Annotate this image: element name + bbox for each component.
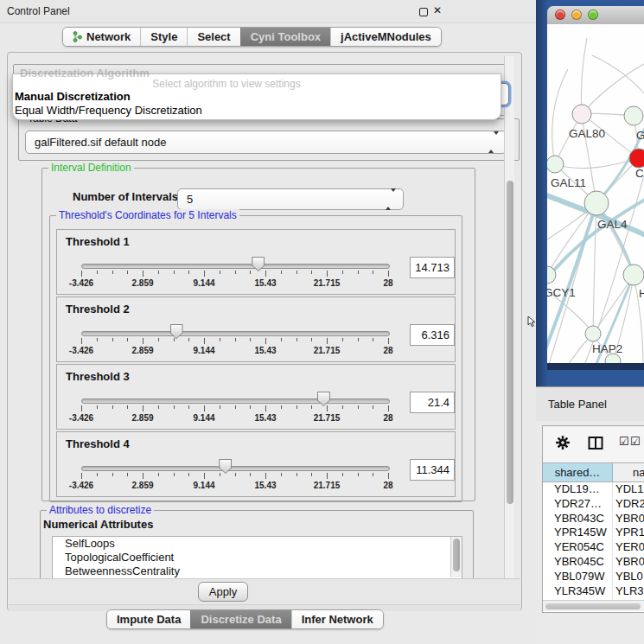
attribute-item-betweennesscentrality[interactable]: BetweennessCentrality (53, 564, 462, 578)
threshold-value-field[interactable]: 21.4 (410, 392, 455, 413)
tab-label: jActiveMNodules (341, 28, 431, 46)
control-panel-tabbar: NetworkStyleSelectCyni ToolboxjActiveMNo… (62, 27, 442, 47)
column-header-name[interactable]: na (633, 463, 644, 481)
list-scrollbar[interactable] (450, 537, 462, 577)
network-view-window[interactable]: GAL80GACGAL11GAL4GCY1HHAP2 (547, 6, 644, 363)
threshold-slider-thumb[interactable] (219, 459, 232, 474)
network-edge[interactable] (581, 38, 587, 114)
scale-label: -3.426 (69, 278, 93, 288)
threshold-slider-track[interactable] (81, 399, 390, 404)
table-row[interactable]: YDL19…YDL1 (543, 482, 644, 497)
scale-label: 15.43 (254, 346, 276, 355)
tab-label: Infer Network (302, 610, 373, 628)
table-row[interactable]: YBR045CYBR0 (543, 555, 644, 570)
checkbox-icon[interactable]: ☑ (630, 435, 641, 448)
threshold-slider-thumb[interactable] (252, 257, 265, 271)
threshold-label: Threshold 2 (66, 303, 130, 316)
float-window-icon[interactable] (419, 8, 428, 16)
tab-style[interactable]: Style (140, 28, 187, 46)
thresholds-group-title: Threshold's Coordinates for 5 Intervals (56, 209, 239, 222)
threshold-slider-thumb[interactable] (170, 324, 183, 339)
table-row[interactable]: YER054CYER0 (543, 540, 644, 555)
number-of-intervals-combobox[interactable]: 5 (177, 188, 404, 210)
scale-label: 9.144 (193, 278, 214, 288)
apply-button[interactable]: Apply (198, 582, 248, 602)
threshold-label: Threshold 3 (66, 370, 130, 383)
table-horizontal-scrollbar[interactable] (543, 600, 644, 611)
scale-label: 15.43 (254, 278, 276, 288)
number-of-intervals-label: Number of Intervals (73, 190, 178, 203)
threshold-slider-track[interactable] (81, 331, 390, 336)
threshold-value-field[interactable]: 11.344 (410, 459, 455, 481)
tab-select[interactable]: Select (187, 28, 239, 46)
scale-label: 28 (383, 413, 392, 423)
tab-jactivemnodules[interactable]: jActiveMNodules (330, 28, 441, 46)
threshold-slider-track[interactable] (81, 466, 390, 471)
network-edge[interactable] (552, 69, 568, 164)
node-label: GCY1 (547, 286, 576, 299)
cell-name: YLR3 (615, 584, 644, 599)
scale-label: -3.426 (69, 346, 93, 355)
table-row[interactable]: YDR27…YDR2 (543, 497, 644, 512)
cell-name: YPR1 (615, 526, 644, 540)
network-node-hap2[interactable] (585, 326, 601, 341)
table-data-combobox[interactable]: galFiltered.sif default node (25, 131, 507, 154)
algorithm-option-manual-discretization[interactable]: Manual Discretization (15, 90, 131, 103)
attribute-item-topologicalcoefficient[interactable]: TopologicalCoefficient (53, 551, 462, 564)
algorithm-option-equal-width-frequency-discretization[interactable]: Equal Width/Frequency Discretization (15, 104, 202, 117)
scale-label: 9.144 (193, 413, 214, 423)
group-title-ghost: Discretization Algorithm (20, 67, 150, 80)
cell-name: YER0 (615, 540, 644, 555)
threshold-value-field[interactable]: 14.713 (410, 257, 455, 278)
close-traffic-light[interactable] (555, 10, 565, 20)
network-node-gal4[interactable] (584, 191, 609, 215)
tab-cyni-toolbox[interactable]: Cyni Toolbox (240, 28, 330, 46)
network-node-c[interactable] (629, 149, 644, 168)
close-icon[interactable]: ✕ (433, 4, 442, 16)
tab-label: Cyni Toolbox (251, 28, 321, 46)
tab-label: Style (150, 28, 177, 46)
numerical-attributes-label: Numerical Attributes (43, 518, 153, 531)
table-row[interactable]: YPR145WYPR1 (543, 526, 644, 540)
zoom-traffic-light[interactable] (588, 10, 598, 20)
table-row[interactable]: YBR043CYBR0 (543, 512, 644, 526)
main-vertical-scrollbar[interactable] (504, 56, 514, 578)
column-header-shared-name[interactable]: shared… (543, 463, 613, 481)
algorithm-hint: Select algorithm to view settings (48, 78, 405, 90)
cell-name: YBR0 (615, 512, 644, 526)
split-columns-icon[interactable] (588, 437, 603, 453)
table-row[interactable]: YLR345WYLR3 (543, 584, 644, 599)
network-node-h[interactable] (623, 265, 644, 285)
table-row[interactable]: YBL079WYBL0 (543, 570, 644, 584)
network-node-ga[interactable] (624, 106, 643, 125)
bottom-tab-infer-network[interactable]: Infer Network (291, 610, 383, 628)
interval-definition-title: Interval Definition (48, 162, 134, 175)
scale-label: -3.426 (69, 481, 93, 490)
checkbox-icon[interactable]: ☑ (619, 435, 629, 448)
cell-shared-name: YDL19… (554, 482, 600, 497)
tab-network[interactable]: Network (63, 28, 140, 46)
threshold-slider-track[interactable] (81, 264, 390, 269)
attribute-item-selfloops[interactable]: SelfLoops (53, 537, 462, 551)
gear-icon[interactable] (555, 435, 571, 454)
network-canvas[interactable]: GAL80GACGAL11GAL4GCY1HHAP2 (547, 24, 644, 363)
bottom-tab-impute-data[interactable]: Impute Data (107, 610, 190, 628)
threshold-value-field[interactable]: 6.316 (410, 324, 455, 346)
scale-label: 21.715 (314, 278, 341, 288)
network-edge[interactable] (593, 203, 596, 334)
network-node-gal80[interactable] (572, 105, 591, 124)
numerical-attributes-list[interactable]: SelfLoopsTopologicalCoefficientBetweenne… (52, 536, 462, 580)
bottom-tab-discretize-data[interactable]: Discretize Data (190, 610, 290, 628)
node-label: H (639, 287, 644, 300)
minimize-traffic-light[interactable] (571, 10, 582, 20)
tab-label: Discretize Data (201, 610, 281, 628)
network-window-shadow (547, 363, 644, 370)
threshold-label: Threshold 4 (66, 437, 130, 450)
table-data-selected: galFiltered.sif default node (35, 131, 166, 153)
network-node-gal11[interactable] (547, 156, 564, 173)
network-edge[interactable] (592, 55, 644, 93)
scale-label: 2.859 (131, 346, 153, 355)
threshold-slider-thumb[interactable] (317, 392, 330, 406)
scale-label: 21.715 (314, 413, 341, 423)
network-tree-icon (73, 31, 82, 42)
